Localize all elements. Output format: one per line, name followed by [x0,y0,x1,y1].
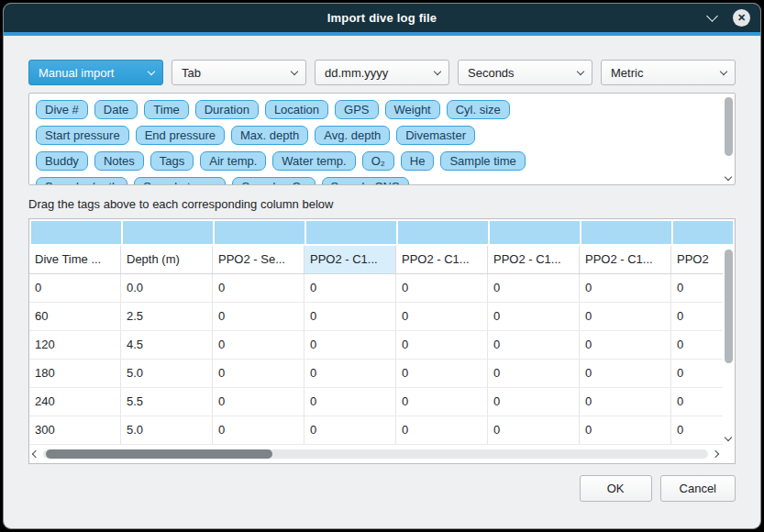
tag-dive[interactable]: Dive # [36,100,88,119]
tag-duration[interactable]: Duration [195,100,259,119]
tag-tags[interactable]: Tags [150,151,194,171]
scrollbar-track[interactable] [43,449,708,459]
duration-format-select[interactable]: Seconds [458,60,592,85]
tag-sample-cns[interactable]: Sample CNS [322,177,409,185]
field-separator-select[interactable]: Tab [172,60,306,85]
titlebar[interactable]: Import dive log file ✕ [4,4,760,32]
chevron-down-icon [291,68,298,75]
table-vertical-scrollbar[interactable] [724,248,733,443]
tag-panel-vertical-scrollbar[interactable] [724,95,733,183]
drop-target-cell[interactable] [306,221,398,244]
tag-air-temp[interactable]: Air temp. [200,151,266,171]
tag-time[interactable]: Time [144,100,188,119]
close-button[interactable]: ✕ [733,9,750,27]
tag-end-pressure[interactable]: End pressure [136,126,225,145]
chevron-down-icon [720,68,727,75]
tag-gps[interactable]: GPS [335,100,378,119]
dialog-content: Manual import Tab dd.mm.yyyy Seconds Met… [4,36,760,528]
table-cell: 0 [580,388,671,416]
tag-he[interactable]: He [401,151,435,171]
tag-row: Start pressureEnd pressureMax. depthAvg.… [36,126,716,145]
scroll-right-arrow-icon[interactable] [712,449,719,457]
preview-table: Dive Time ...Depth (m)PPO2 - Se...PPO2 -… [28,218,736,464]
scroll-left-arrow-icon[interactable] [32,449,39,457]
table-cell: 0 [396,303,488,330]
table-cell: 0 [671,388,723,416]
combo-label: Metric [611,66,643,80]
table-cell: 0 [213,274,304,302]
drop-target-cell[interactable] [398,221,490,244]
tag-divemaster[interactable]: Divemaster [396,126,475,145]
tag-date[interactable]: Date [94,100,138,119]
tag-sample-temp[interactable]: Sample temp. [134,177,226,185]
tag-sample-time[interactable]: Sample time [440,151,525,171]
column-header[interactable]: Depth (m) [121,246,213,273]
scrollbar-thumb[interactable] [725,249,733,363]
table-row: 602.5000000 [29,303,723,331]
tag-o[interactable]: O₂ [362,151,394,171]
drop-target-cell[interactable] [31,221,123,244]
column-header[interactable]: PPO2 [671,246,723,273]
tag-location[interactable]: Location [265,100,328,119]
cancel-button[interactable]: Cancel [660,475,736,502]
combo-label: dd.mm.yyyy [325,66,388,80]
column-header[interactable]: PPO2 - Se... [213,246,304,273]
column-header[interactable]: PPO2 - C1... [580,246,671,273]
screen: Import dive log file ✕ Manual import Tab [0,0,764,532]
column-header[interactable]: Dive Time ... [29,246,121,273]
drop-target-cell[interactable] [490,221,581,244]
tag-start-pressure[interactable]: Start pressure [36,126,129,145]
table-cell: 0 [304,303,396,330]
table-cell: 0 [671,303,723,330]
tag-sample-depth[interactable]: Sample depth [36,177,127,185]
table-cell: 0 [304,388,396,416]
table-cell: 5.5 [121,388,213,416]
drop-target-cell[interactable] [215,221,306,244]
table-cell: 180 [29,360,121,387]
chevron-down-icon [706,10,718,22]
table-cell: 0 [213,360,304,387]
scroll-down-arrow-icon[interactable] [725,173,732,181]
tag-max-depth[interactable]: Max. depth [231,126,308,145]
tag-row: BuddyNotesTagsAir temp.Water temp.O₂HeSa… [36,151,716,171]
chevron-down-icon [434,68,441,75]
scroll-down-arrow-icon[interactable] [725,434,732,441]
units-select[interactable]: Metric [601,60,736,85]
tag-notes[interactable]: Notes [94,151,144,171]
tag-weight[interactable]: Weight [385,100,440,119]
ok-button[interactable]: OK [580,475,652,502]
table-cell: 0 [304,331,396,359]
scrollbar-thumb[interactable] [725,97,733,156]
drop-target-cell[interactable] [123,221,215,244]
table-horizontal-scrollbar[interactable] [33,448,718,460]
table-cell: 60 [29,303,121,330]
column-header[interactable]: PPO2 - C1... [488,246,580,273]
tag-buddy[interactable]: Buddy [36,151,88,171]
combo-label: Seconds [468,66,515,80]
instruction-label: Drag the tags above to each correspondin… [28,197,736,211]
import-mode-select[interactable]: Manual import [28,60,163,85]
tag-panel: Dive #DateTimeDurationLocationGPSWeightC… [28,93,736,185]
table-cell: 2.5 [121,303,213,330]
drop-target-cell[interactable] [673,221,733,244]
date-format-select[interactable]: dd.mm.yyyy [315,60,449,85]
scrollbar-thumb[interactable] [46,449,272,459]
table-cell: 0 [671,331,723,359]
table-cell: 0 [671,416,723,444]
table-row: 00.0000000 [29,274,723,303]
tag-row: Dive #DateTimeDurationLocationGPSWeightC… [36,100,716,119]
tag-cyl-size[interactable]: Cyl. size [447,100,510,119]
table-cell: 0 [396,416,488,444]
tag-sample-po[interactable]: Sample pO₂ [232,177,315,185]
tag-water-temp[interactable]: Water temp. [272,151,355,171]
table-cell: 0 [396,360,488,387]
drop-target-cell[interactable] [581,221,673,244]
tag-avg-depth[interactable]: Avg. depth [315,126,390,145]
shade-button[interactable] [704,11,719,26]
column-header[interactable]: PPO2 - C1... [396,246,488,273]
table-cell: 0 [580,360,671,387]
column-header[interactable]: PPO2 - C1... [304,246,396,273]
table-body: 00.0000000602.50000001204.50000001805.00… [29,274,723,445]
table-cell: 0 [396,388,488,416]
drop-target-row [29,219,735,246]
